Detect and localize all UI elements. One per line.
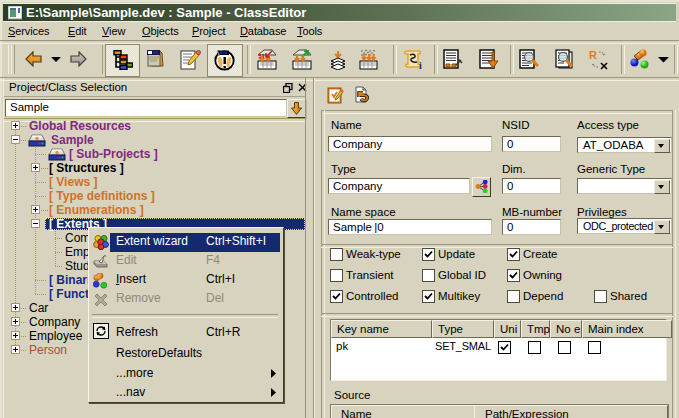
svg-text:i: i xyxy=(419,60,422,70)
svg-text:R: R xyxy=(589,50,597,61)
